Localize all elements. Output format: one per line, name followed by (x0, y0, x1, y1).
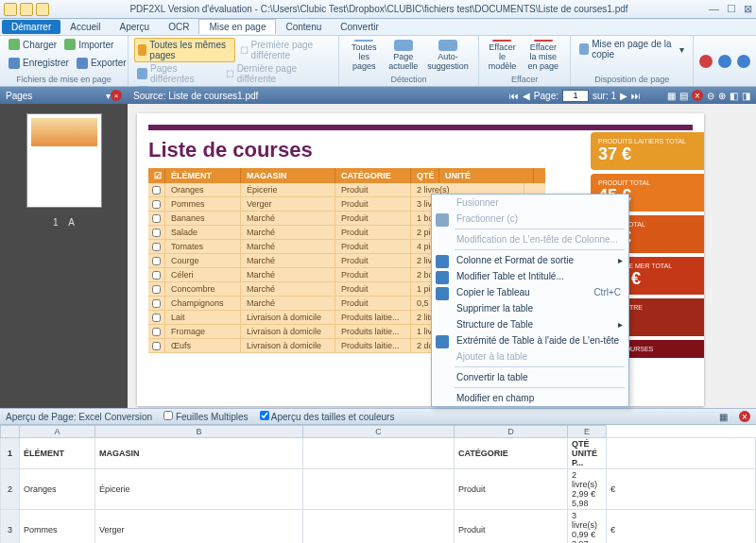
start-button[interactable]: Démarrer (2, 20, 60, 34)
thumb-label: 1 A (0, 217, 128, 228)
group-label: Disposition de page (576, 75, 687, 84)
fit-icon[interactable]: ◧ (730, 91, 738, 101)
close-pages-icon[interactable]: × (111, 90, 122, 101)
first-page-icon[interactable]: ⏮ (509, 91, 519, 101)
ctx-copier-le-tableau[interactable]: Copier le TableauCtrl+C (432, 284, 628, 300)
misepage-copie-button[interactable]: Mise en page de la copie ▾ (576, 38, 687, 60)
close-ribbon-icon[interactable] (699, 55, 713, 68)
pages-panel-title: Pages (6, 91, 32, 101)
multiples-checkbox[interactable]: Feuilles Multiples (163, 411, 248, 422)
toutes-pages-detect-button[interactable]: Toutes les pages (345, 38, 383, 74)
context-menu: FusionnerFractionner (c)Modification de … (431, 194, 629, 407)
menu-contenu[interactable]: Contenu (276, 20, 331, 34)
qat-undo-icon[interactable] (36, 3, 49, 16)
ctx-modifier-table-et-in[interactable]: Modifier Table et Intitulé... (432, 268, 628, 284)
prev-page-icon[interactable]: ◀ (523, 91, 530, 101)
page-actuelle-button[interactable]: Page actuelle (385, 38, 421, 74)
preview-close-icon[interactable]: × (739, 411, 750, 422)
pages-diff-button[interactable]: Pages différentes (134, 62, 221, 85)
ctx-ajouter-la-table: Ajouter à la table (432, 348, 628, 365)
excel-preview: ABCDE1ÉLÉMENTMAGASINCATÉGORIEQTÉ UNITÉ P… (0, 425, 756, 543)
effacer-modele-button[interactable]: Effacer le modèle (485, 38, 521, 74)
premiere-diff-checkbox[interactable]: ☐ Première page différente (237, 38, 334, 62)
close-icon[interactable]: ⊠ (744, 3, 752, 15)
ctx-supprimer-la-table[interactable]: Supprimer la table (432, 300, 628, 316)
menubar: Démarrer AccueilAperçuOCRMise en pageCon… (0, 19, 756, 36)
excel-row[interactable]: 2OrangesÉpicerieProduit2 livre(s) 2,99 €… (1, 469, 756, 510)
group-label: Effacer (485, 75, 565, 84)
zoom-out-icon[interactable]: ⊖ (707, 91, 714, 101)
menu-convertir[interactable]: Convertir (331, 20, 388, 34)
page-label: Page: (534, 91, 558, 101)
zoom-in-icon[interactable]: ⊕ (718, 91, 726, 101)
ctx-fusionner: Fusionner (432, 195, 628, 211)
source-title: Source: Liste de courses1.pdf (133, 91, 258, 101)
tool-icon[interactable]: ▦ (667, 91, 676, 101)
derniere-diff-checkbox[interactable]: ☐ Dernière page différente (223, 62, 334, 85)
window-title: PDF2XL Version d'évaluation - C:\Users\C… (49, 4, 709, 14)
preview-title: Aperçu de Page: Excel Conversion (6, 412, 152, 422)
group-label: Détection (345, 75, 472, 84)
ctx-extr-mit-de-table-l-[interactable]: Extrémité de Table à l'aide de L'en-tête (432, 332, 628, 348)
tool-icon[interactable]: ▤ (679, 91, 688, 101)
preview-tool-icon[interactable]: ▦ (719, 412, 728, 422)
next-page-icon[interactable]: ▶ (620, 91, 627, 101)
auto-suggestion-button[interactable]: Auto-suggestion (423, 38, 472, 74)
menu-accueil[interactable]: Accueil (60, 20, 110, 34)
menu-aperçu[interactable]: Aperçu (110, 20, 159, 34)
ctx-colonne-et-format-de[interactable]: Colonne et Format de sortie▸ (432, 252, 628, 268)
ctx-structure-de-table[interactable]: Structure de Table▸ (432, 316, 628, 332)
ribbon: Charger Importer Enregistrer Exporter Fi… (0, 36, 756, 87)
ctx-modifier-en-champ[interactable]: Modifier en champ (432, 390, 628, 406)
ctx-modification-de-l-en: Modification de L'en-tête de Colonne... (432, 231, 628, 247)
summary-card: PRODUITS LAITIERS TOTAL37 € (591, 132, 704, 170)
tailles-checkbox[interactable]: Aperçu des tailles et couleurs (260, 411, 395, 422)
excel-row[interactable]: 3PommesVergerProduit3 livre(s) 0,99 € 2,… (1, 510, 756, 544)
help-icon[interactable] (718, 55, 731, 68)
ctx-fractionner-c-: Fractionner (c) (432, 211, 628, 227)
last-page-icon[interactable]: ⏭ (631, 91, 641, 101)
charger-button[interactable]: Charger (6, 38, 60, 51)
fit-icon[interactable]: ◨ (742, 91, 750, 101)
importer-button[interactable]: Importer (61, 38, 116, 51)
group-label: Fichiers de mise en page (6, 75, 122, 84)
exporter-button[interactable]: Exporter (74, 57, 129, 70)
close-source-icon[interactable]: × (692, 90, 703, 101)
toutes-pages-button[interactable]: Toutes les mêmes pages (134, 38, 235, 62)
ctx-convertir-la-table[interactable]: Convertir la table (432, 369, 628, 385)
minimize-icon[interactable]: — (709, 3, 719, 15)
menu-mise en page[interactable]: Mise en page (198, 19, 276, 34)
maximize-icon[interactable]: ☐ (727, 3, 736, 15)
effacer-misepage-button[interactable]: Effacer la mise en page (522, 38, 564, 74)
page-total: sur: 1 (593, 91, 616, 101)
info-icon[interactable] (737, 55, 750, 68)
enregistrer-button[interactable]: Enregistrer (6, 57, 72, 70)
page-thumbnail[interactable] (26, 113, 102, 208)
qat-open-icon[interactable] (4, 3, 17, 16)
menu-ocr[interactable]: OCR (159, 20, 198, 34)
qat-save-icon[interactable] (20, 3, 33, 16)
page-input[interactable] (562, 90, 589, 102)
